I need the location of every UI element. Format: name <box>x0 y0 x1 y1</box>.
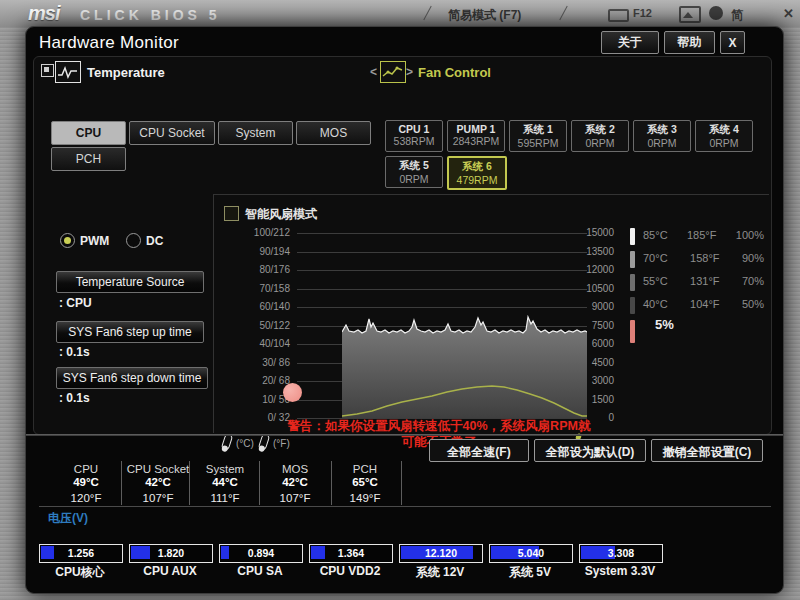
divider <box>259 461 260 505</box>
divider <box>189 461 190 505</box>
bios-version-label: CLICK BIOS 5 <box>80 7 221 23</box>
fan-point-row: 40°C104°F50% <box>643 298 764 310</box>
voltage-gauge-cpu-aux: 1.820 <box>129 544 213 563</box>
voltage-label: CPU AUX <box>120 564 220 578</box>
voltage-gauge-sys-5v: 5.040 <box>489 544 573 563</box>
voltage-gauge-cpu-vdd2: 1.364 <box>309 544 393 563</box>
temp-axis-label: 30/ 86 <box>217 357 290 368</box>
set-all-default-button[interactable]: 全部设为默认(D) <box>534 439 646 462</box>
fan-warning-line1: 警告：如果你设置风扇转速低于40%，系统风扇RPM就 <box>229 418 649 435</box>
decor-slash-left <box>423 6 431 21</box>
readout-mos: MOS42°C107°F <box>259 463 331 504</box>
voltage-gauge-sys-12v: 12.120 <box>399 544 483 563</box>
temp-axis-label: 40/104 <box>217 338 290 349</box>
window-title: Hardware Monitor <box>39 33 179 53</box>
fan-level-handle[interactable] <box>630 320 635 343</box>
fan-level-handle[interactable] <box>630 274 635 291</box>
voltage-label: 系统 5V <box>480 564 580 581</box>
ez-mode-button[interactable]: 简易模式 (F7) <box>448 7 521 24</box>
voltage-gauge-sys-3v3: 3.308 <box>579 544 663 563</box>
bios-close-icon[interactable]: ✕ <box>783 6 794 21</box>
rpm-axis-label: 10500 <box>542 283 614 294</box>
fan-point-row: 55°C131°F70% <box>643 275 764 287</box>
voltage-label: System 3.3V <box>570 564 670 578</box>
divider <box>39 506 771 507</box>
voltage-label: CPU VDD2 <box>300 564 400 578</box>
decor-slash-right <box>559 6 567 21</box>
voltage-section-title: 电压(V) <box>48 510 88 527</box>
msi-logo: msi <box>28 2 59 25</box>
divider <box>26 434 783 436</box>
help-button[interactable]: 帮助 <box>664 31 715 54</box>
rpm-axis-label: 13500 <box>542 246 614 257</box>
fan-level-handle[interactable] <box>630 297 635 314</box>
language-label[interactable]: 简 <box>731 7 743 24</box>
window-close-button[interactable]: X <box>720 31 745 54</box>
fan-level-handle[interactable] <box>630 228 635 245</box>
temp-axis-label: 10/ 50 <box>217 394 290 405</box>
divider <box>331 461 332 505</box>
divider <box>121 461 122 505</box>
screenshot-hotkey-label: F12 <box>633 7 652 19</box>
fan-point-row: 70°C158°F90% <box>643 252 764 264</box>
temp-axis-label: 70/158 <box>217 283 290 294</box>
temp-axis-label: 20/ 68 <box>217 375 290 386</box>
about-button[interactable]: 关于 <box>601 31 659 54</box>
content-panel: Temperature CPU CPU Socket System MOS PC… <box>33 56 772 435</box>
screenshot-icon[interactable] <box>679 6 701 23</box>
temp-axis-label: 80/176 <box>217 264 290 275</box>
fan-level-handle[interactable] <box>630 251 635 268</box>
language-globe-icon[interactable] <box>709 6 723 20</box>
temp-axis-label: 50/122 <box>217 320 290 331</box>
fan-min-point-handle[interactable] <box>283 383 302 402</box>
voltage-gauge-cpu-sa: 0.894 <box>219 544 303 563</box>
temp-axis-label: 100/212 <box>217 227 290 238</box>
readout-cpu: CPU49°C120°F <box>50 463 122 504</box>
voltage-label: 系统 12V <box>390 564 490 581</box>
voltage-label: CPU核心 <box>30 564 130 581</box>
min-speed-value: 5% <box>655 317 674 332</box>
readout-system: System44°C111°F <box>189 463 261 504</box>
divider <box>401 461 402 505</box>
voltage-label: CPU SA <box>210 564 310 578</box>
hardware-monitor-window: Hardware Monitor 关于 帮助 X Temperature CPU… <box>25 26 784 594</box>
all-full-speed-button[interactable]: 全部全速(F) <box>429 439 529 462</box>
rpm-axis-label: 15000 <box>542 227 614 238</box>
readout-pch: PCH65°C149°F <box>329 463 401 504</box>
temp-axis-label: 60/140 <box>217 301 290 312</box>
bios-topbar: msi CLICK BIOS 5 简易模式 (F7) F12 简 ✕ <box>0 0 800 27</box>
rpm-axis-label: 12000 <box>542 264 614 275</box>
keyboard-icon <box>608 9 629 22</box>
readout-cpu-socket: CPU Socket42°C107°F <box>117 463 199 504</box>
fan-point-row: 85°C185°F100% <box>643 229 764 241</box>
screen: msi CLICK BIOS 5 简易模式 (F7) F12 简 ✕ Hardw… <box>0 0 800 600</box>
undo-all-settings-button[interactable]: 撤销全部设置(C) <box>651 439 763 462</box>
temp-axis-label: 90/194 <box>217 246 290 257</box>
voltage-gauge-cpu-core: 1.256 <box>39 544 123 563</box>
fan-history-plot <box>342 310 587 418</box>
